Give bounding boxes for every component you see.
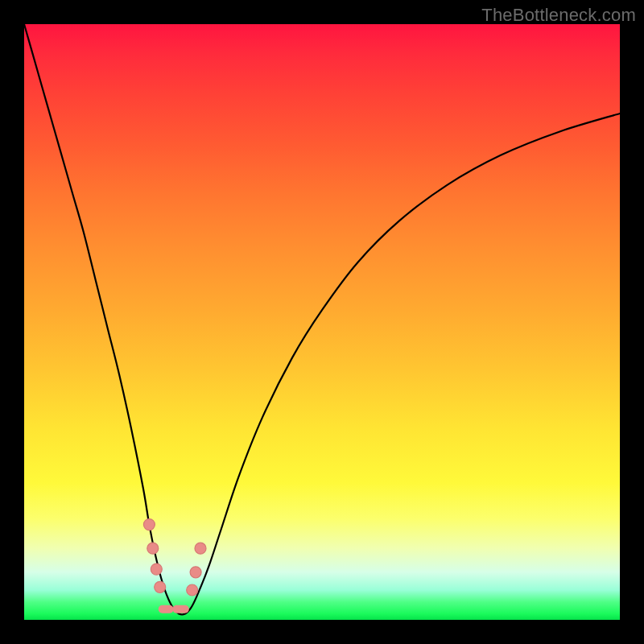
marker-dot <box>147 543 159 554</box>
marker-dot <box>155 581 166 592</box>
bottleneck-curve-path <box>24 24 620 615</box>
marker-dot <box>190 567 201 578</box>
plot-area <box>24 24 620 620</box>
watermark-text: TheBottleneck.com <box>481 5 636 26</box>
marker-dot <box>143 519 155 530</box>
bottleneck-curve <box>24 24 620 620</box>
marker-dot <box>187 584 198 596</box>
chart-stage: TheBottleneck.com <box>0 0 644 644</box>
marker-dot <box>195 543 206 554</box>
marker-dot <box>151 564 162 575</box>
